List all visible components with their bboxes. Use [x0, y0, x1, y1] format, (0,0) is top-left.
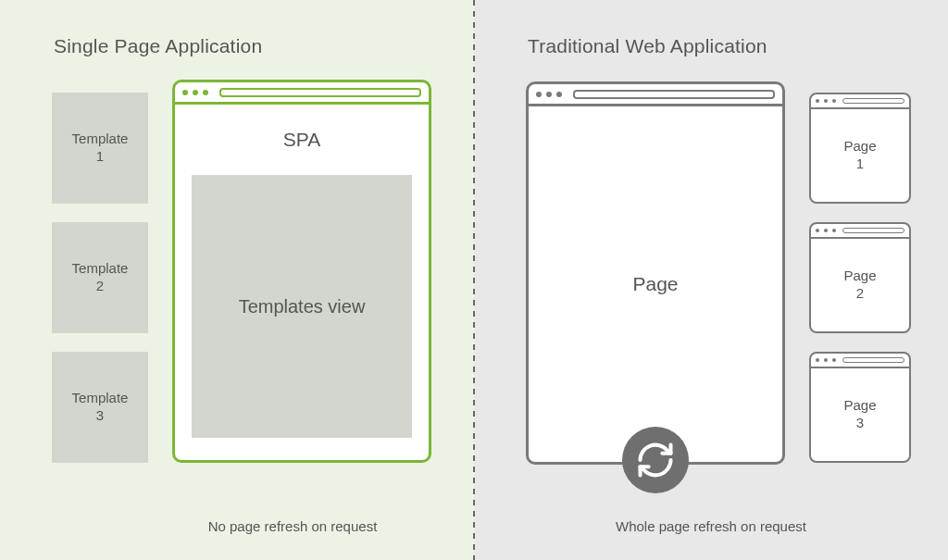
browser-chrome	[811, 224, 909, 239]
mini-page-window: Page3	[809, 352, 911, 463]
mini-page-window: Page1	[809, 93, 911, 204]
address-bar-icon	[842, 98, 904, 104]
template-card: Template2	[52, 222, 148, 333]
browser-chrome	[811, 94, 909, 109]
traditional-browser-window: Page	[526, 81, 785, 465]
address-bar-icon	[842, 228, 904, 233]
browser-chrome	[175, 82, 429, 105]
browser-chrome	[811, 354, 909, 368]
traditional-caption: Whole page refresh on request	[474, 518, 948, 534]
window-controls-icon	[816, 229, 836, 232]
browser-chrome	[529, 84, 782, 106]
template-card: Template1	[52, 93, 148, 204]
page-label: Page	[529, 106, 782, 462]
window-controls-icon	[536, 92, 562, 97]
address-bar-icon	[573, 90, 775, 99]
address-bar-icon	[842, 357, 904, 363]
traditional-panel-title: Traditional Web Application	[528, 35, 767, 57]
mini-page-label: Page3	[811, 368, 909, 461]
window-controls-icon	[816, 99, 836, 103]
spa-caption: No page refresh on request	[0, 518, 474, 534]
comparison-diagram: Single Page Application Template1 Templa…	[0, 0, 948, 560]
template-list: Template1 Template2 Template3	[52, 93, 148, 463]
traditional-panel: Traditional Web Application Page	[474, 0, 948, 560]
templates-view-region: Templates view	[192, 175, 412, 438]
mini-page-label: Page1	[811, 109, 909, 202]
spa-panel-title: Single Page Application	[54, 35, 262, 57]
mini-page-window: Page2	[809, 222, 911, 333]
spa-browser-window: SPA Templates view	[172, 80, 431, 463]
mini-page-label: Page2	[811, 239, 909, 331]
page-list: Page1 Page2 Page3	[809, 93, 911, 463]
address-bar-icon	[219, 88, 421, 97]
window-controls-icon	[816, 358, 836, 362]
spa-panel: Single Page Application Template1 Templa…	[0, 0, 474, 560]
template-card: Template3	[52, 352, 148, 463]
spa-label: SPA	[175, 129, 429, 151]
refresh-icon	[622, 427, 689, 493]
window-controls-icon	[182, 90, 208, 95]
